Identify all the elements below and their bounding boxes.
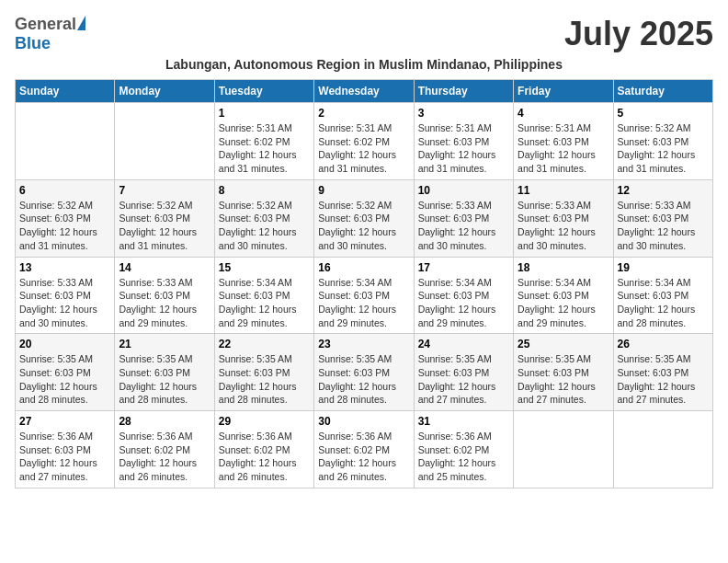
calendar-header-row: SundayMondayTuesdayWednesdayThursdayFrid… [16, 80, 713, 103]
day-info: Sunrise: 5:35 AMSunset: 6:03 PMDaylight:… [518, 352, 609, 407]
day-number: 5 [618, 107, 709, 120]
day-info: Sunrise: 5:34 AMSunset: 6:03 PMDaylight:… [618, 276, 709, 330]
calendar-cell: 28Sunrise: 5:36 AMSunset: 6:02 PMDayligh… [115, 411, 214, 488]
day-number: 30 [318, 415, 409, 428]
calendar-cell: 2Sunrise: 5:31 AMSunset: 6:02 PMDaylight… [314, 103, 414, 180]
day-info: Sunrise: 5:36 AMSunset: 6:02 PMDaylight:… [418, 430, 509, 484]
weekday-header-tuesday: Tuesday [214, 80, 313, 103]
day-number: 28 [119, 415, 210, 428]
calendar-cell: 11Sunrise: 5:33 AMSunset: 6:03 PMDayligh… [514, 179, 613, 257]
calendar-cell: 26Sunrise: 5:35 AMSunset: 6:03 PMDayligh… [613, 334, 712, 411]
day-number: 15 [219, 261, 310, 274]
calendar-cell: 20Sunrise: 5:35 AMSunset: 6:03 PMDayligh… [16, 334, 115, 411]
day-number: 20 [19, 338, 110, 350]
calendar-cell: 21Sunrise: 5:35 AMSunset: 6:03 PMDayligh… [115, 334, 214, 411]
calendar-cell [16, 103, 115, 180]
calendar-cell: 14Sunrise: 5:33 AMSunset: 6:03 PMDayligh… [115, 257, 214, 334]
calendar-cell: 4Sunrise: 5:31 AMSunset: 6:03 PMDaylight… [514, 103, 613, 180]
day-number: 25 [518, 338, 609, 350]
day-number: 12 [618, 184, 709, 197]
logo: General Blue [15, 15, 85, 53]
weekday-header-monday: Monday [115, 80, 214, 103]
calendar-cell: 23Sunrise: 5:35 AMSunset: 6:03 PMDayligh… [314, 334, 414, 411]
weekday-header-wednesday: Wednesday [314, 80, 414, 103]
calendar-cell [613, 411, 712, 488]
day-info: Sunrise: 5:34 AMSunset: 6:03 PMDaylight:… [318, 276, 409, 330]
day-number: 2 [318, 107, 409, 120]
calendar-subtitle: Labungan, Autonomous Region in Muslim Mi… [15, 57, 713, 72]
day-number: 4 [518, 107, 609, 120]
calendar-cell: 1Sunrise: 5:31 AMSunset: 6:02 PMDaylight… [214, 103, 313, 180]
calendar-cell: 25Sunrise: 5:35 AMSunset: 6:03 PMDayligh… [514, 334, 613, 411]
day-info: Sunrise: 5:34 AMSunset: 6:03 PMDaylight:… [219, 276, 310, 330]
calendar-cell: 9Sunrise: 5:32 AMSunset: 6:03 PMDaylight… [314, 179, 414, 257]
calendar-cell: 12Sunrise: 5:33 AMSunset: 6:03 PMDayligh… [613, 179, 712, 257]
day-info: Sunrise: 5:34 AMSunset: 6:03 PMDaylight:… [518, 276, 609, 330]
calendar-cell: 3Sunrise: 5:31 AMSunset: 6:03 PMDaylight… [414, 103, 513, 180]
day-number: 22 [219, 338, 310, 350]
day-info: Sunrise: 5:35 AMSunset: 6:03 PMDaylight:… [219, 352, 310, 407]
calendar-week-row: 27Sunrise: 5:36 AMSunset: 6:03 PMDayligh… [16, 411, 713, 488]
calendar-cell: 6Sunrise: 5:32 AMSunset: 6:03 PMDaylight… [16, 179, 115, 257]
calendar-cell: 16Sunrise: 5:34 AMSunset: 6:03 PMDayligh… [314, 257, 414, 334]
day-info: Sunrise: 5:33 AMSunset: 6:03 PMDaylight:… [418, 199, 509, 253]
calendar-cell: 31Sunrise: 5:36 AMSunset: 6:02 PMDayligh… [414, 411, 513, 488]
logo-general: General [15, 15, 76, 34]
calendar-cell: 17Sunrise: 5:34 AMSunset: 6:03 PMDayligh… [414, 257, 513, 334]
day-info: Sunrise: 5:31 AMSunset: 6:02 PMDaylight:… [219, 121, 310, 176]
day-info: Sunrise: 5:33 AMSunset: 6:03 PMDaylight:… [618, 199, 709, 253]
day-info: Sunrise: 5:36 AMSunset: 6:03 PMDaylight:… [19, 430, 110, 484]
day-number: 8 [219, 184, 310, 197]
calendar-cell: 5Sunrise: 5:32 AMSunset: 6:03 PMDaylight… [613, 103, 712, 180]
day-number: 14 [119, 261, 210, 274]
weekday-header-friday: Friday [514, 80, 613, 103]
day-number: 31 [418, 415, 509, 428]
day-info: Sunrise: 5:31 AMSunset: 6:02 PMDaylight:… [318, 121, 409, 176]
calendar-cell: 19Sunrise: 5:34 AMSunset: 6:03 PMDayligh… [613, 257, 712, 334]
day-info: Sunrise: 5:33 AMSunset: 6:03 PMDaylight:… [19, 276, 110, 330]
day-number: 16 [318, 261, 409, 274]
day-info: Sunrise: 5:35 AMSunset: 6:03 PMDaylight:… [418, 352, 509, 407]
calendar-cell: 13Sunrise: 5:33 AMSunset: 6:03 PMDayligh… [16, 257, 115, 334]
day-info: Sunrise: 5:32 AMSunset: 6:03 PMDaylight:… [19, 199, 110, 253]
calendar-cell: 7Sunrise: 5:32 AMSunset: 6:03 PMDaylight… [115, 179, 214, 257]
day-info: Sunrise: 5:32 AMSunset: 6:03 PMDaylight:… [618, 121, 709, 176]
day-info: Sunrise: 5:35 AMSunset: 6:03 PMDaylight:… [318, 352, 409, 407]
day-number: 17 [418, 261, 509, 274]
header: General Blue July 2025 [15, 15, 713, 53]
day-number: 24 [418, 338, 509, 350]
calendar-week-row: 20Sunrise: 5:35 AMSunset: 6:03 PMDayligh… [16, 334, 713, 411]
calendar-week-row: 13Sunrise: 5:33 AMSunset: 6:03 PMDayligh… [16, 257, 713, 334]
day-number: 11 [518, 184, 609, 197]
calendar-cell: 30Sunrise: 5:36 AMSunset: 6:02 PMDayligh… [314, 411, 414, 488]
calendar-table: SundayMondayTuesdayWednesdayThursdayFrid… [15, 79, 713, 488]
calendar-cell: 15Sunrise: 5:34 AMSunset: 6:03 PMDayligh… [214, 257, 313, 334]
day-number: 19 [618, 261, 709, 274]
month-title: July 2025 [564, 15, 713, 53]
day-info: Sunrise: 5:35 AMSunset: 6:03 PMDaylight:… [119, 352, 210, 407]
day-info: Sunrise: 5:33 AMSunset: 6:03 PMDaylight:… [119, 276, 210, 330]
day-number: 9 [318, 184, 409, 197]
day-number: 3 [418, 107, 509, 120]
day-info: Sunrise: 5:36 AMSunset: 6:02 PMDaylight:… [219, 430, 310, 484]
day-number: 6 [19, 184, 110, 197]
day-number: 1 [219, 107, 310, 120]
calendar-cell: 22Sunrise: 5:35 AMSunset: 6:03 PMDayligh… [214, 334, 313, 411]
day-number: 13 [19, 261, 110, 274]
calendar-cell: 10Sunrise: 5:33 AMSunset: 6:03 PMDayligh… [414, 179, 513, 257]
weekday-header-thursday: Thursday [414, 80, 513, 103]
day-info: Sunrise: 5:33 AMSunset: 6:03 PMDaylight:… [518, 199, 609, 253]
weekday-header-sunday: Sunday [16, 80, 115, 103]
calendar-week-row: 1Sunrise: 5:31 AMSunset: 6:02 PMDaylight… [16, 103, 713, 180]
day-number: 10 [418, 184, 509, 197]
day-number: 18 [518, 261, 609, 274]
day-info: Sunrise: 5:34 AMSunset: 6:03 PMDaylight:… [418, 276, 509, 330]
day-number: 7 [119, 184, 210, 197]
calendar-cell: 18Sunrise: 5:34 AMSunset: 6:03 PMDayligh… [514, 257, 613, 334]
day-number: 23 [318, 338, 409, 350]
logo-blue: Blue [15, 34, 51, 52]
day-info: Sunrise: 5:31 AMSunset: 6:03 PMDaylight:… [518, 121, 609, 176]
day-info: Sunrise: 5:32 AMSunset: 6:03 PMDaylight:… [219, 199, 310, 253]
logo-triangle-icon [77, 16, 85, 30]
day-info: Sunrise: 5:31 AMSunset: 6:03 PMDaylight:… [418, 121, 509, 176]
